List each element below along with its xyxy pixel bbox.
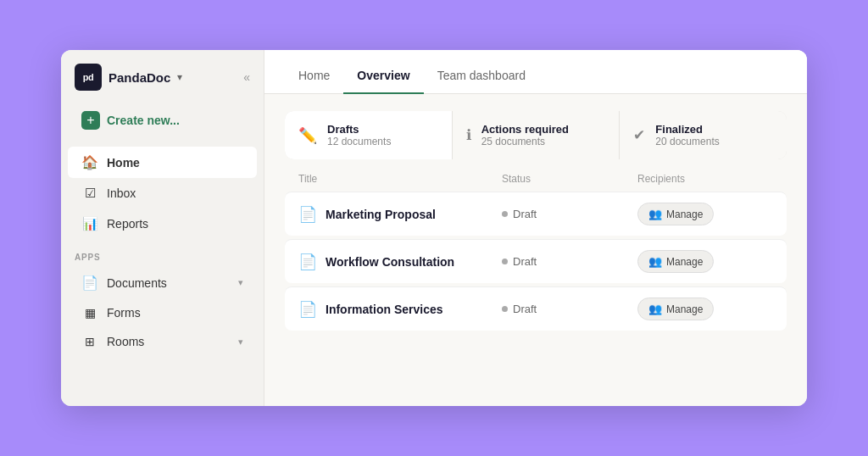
sidebar-item-forms-label: Forms [107,306,141,320]
manage-icon-2: 👥 [648,255,662,268]
manage-icon-1: 👥 [648,208,662,220]
status-label-3: Draft [513,303,537,315]
sidebar-item-rooms-label: Rooms [107,335,144,348]
status-dot-1 [502,211,508,217]
manage-label-1: Manage [666,209,703,220]
brand-logo: pd [75,64,102,91]
table-row: 📄 Information Services Draft 👥 Manage [285,286,787,331]
stat-card-finalized[interactable]: ✔ Finalized 20 documents [620,111,787,159]
actions-title: Actions required [481,123,569,136]
forms-icon: ▦ [81,306,98,320]
create-new-button[interactable]: + Create new... [71,104,253,136]
rooms-chevron-icon: ▾ [238,336,243,348]
sidebar-item-reports[interactable]: 📊 Reports [68,209,257,239]
doc-cell-1: 📄 Marketing Proposal [298,205,502,224]
doc-title-2: Workflow Consultation [326,255,454,269]
table-row: 📄 Workflow Consultation Draft 👥 Manage [285,239,787,283]
content-area: ✏️ Drafts 12 documents ℹ Actions require… [264,94,807,351]
create-new-label: Create new... [107,114,180,127]
sidebar-header: pd PandaDoc ▾ « [61,64,264,104]
table-header: Title Status Recipients [285,173,787,192]
top-nav: Home Overview Team dashboard [264,50,807,94]
doc-icon-2: 📄 [298,253,317,271]
recipients-cell-2: 👥 Manage [637,250,773,273]
sidebar-item-inbox[interactable]: ☑ Inbox [68,178,257,209]
sidebar-item-rooms[interactable]: ⊞ Rooms ▾ [75,327,250,356]
doc-title-1: Marketing Proposal [326,208,436,221]
sidebar-item-documents[interactable]: 📄 Documents ▾ [75,267,250,298]
status-cell-3: Draft [502,303,637,315]
brand-chevron-icon: ▾ [177,71,182,83]
stat-info-actions: Actions required 25 documents [481,123,569,147]
drafts-sub: 12 documents [327,136,391,147]
status-label-1: Draft [513,208,537,220]
status-dot-3 [502,306,508,312]
recipients-cell-1: 👥 Manage [637,203,773,225]
sidebar-item-reports-label: Reports [107,217,148,231]
stat-card-drafts[interactable]: ✏️ Drafts 12 documents [285,111,452,159]
actions-required-icon: ℹ [466,126,471,144]
sidebar: pd PandaDoc ▾ « + Create new... 🏠 Home ☑… [61,50,264,406]
status-cell-2: Draft [502,255,637,268]
col-recipients: Recipients [637,173,773,185]
manage-label-2: Manage [666,256,703,268]
stats-row: ✏️ Drafts 12 documents ℹ Actions require… [285,111,787,159]
finalized-title: Finalized [655,123,719,136]
doc-cell-3: 📄 Information Services [298,300,502,319]
doc-cell-2: 📄 Workflow Consultation [298,253,502,271]
doc-icon-1: 📄 [298,205,317,224]
brand-name: PandaDoc [108,70,170,85]
stat-info-drafts: Drafts 12 documents [327,123,391,147]
tab-overview[interactable]: Overview [343,57,423,94]
status-cell-1: Draft [502,208,637,220]
sidebar-item-forms[interactable]: ▦ Forms [75,298,250,327]
tab-team-dashboard[interactable]: Team dashboard [424,57,539,94]
main-content: Home Overview Team dashboard ✏️ Drafts 1… [264,50,807,406]
finalized-sub: 20 documents [655,136,719,147]
table-row: 📄 Marketing Proposal Draft 👥 Manage [285,192,787,236]
status-label-2: Draft [513,255,537,268]
sidebar-item-inbox-label: Inbox [107,186,136,200]
manage-icon-3: 👥 [648,303,662,315]
manage-button-1[interactable]: 👥 Manage [637,203,714,225]
drafts-icon: ✏️ [298,126,317,145]
stat-card-actions-required[interactable]: ℹ Actions required 25 documents [453,111,620,159]
doc-title-3: Information Services [326,303,443,316]
sidebar-item-home[interactable]: 🏠 Home [68,147,257,178]
sidebar-item-home-label: Home [107,156,140,170]
stat-info-finalized: Finalized 20 documents [655,123,719,147]
app-window: pd PandaDoc ▾ « + Create new... 🏠 Home ☑… [61,50,807,406]
apps-section-label: APPS [75,253,250,262]
reports-icon: 📊 [81,216,98,231]
home-icon: 🏠 [81,154,98,170]
col-title: Title [298,173,502,185]
col-status: Status [502,173,637,185]
manage-button-2[interactable]: 👥 Manage [637,250,714,273]
actions-sub: 25 documents [481,136,569,147]
status-dot-2 [502,259,508,264]
drafts-title: Drafts [327,123,391,136]
recipients-cell-3: 👥 Manage [637,298,773,320]
sidebar-brand[interactable]: pd PandaDoc ▾ [75,64,182,91]
manage-button-3[interactable]: 👥 Manage [637,298,714,320]
finalized-icon: ✔ [633,126,645,144]
apps-section: APPS 📄 Documents ▾ ▦ Forms ⊞ Rooms ▾ [61,253,264,356]
inbox-icon: ☑ [81,186,98,201]
create-new-icon: + [81,111,100,130]
sidebar-item-documents-label: Documents [107,276,167,290]
documents-chevron-icon: ▾ [238,277,243,288]
collapse-sidebar-button[interactable]: « [243,70,250,84]
rooms-icon: ⊞ [81,335,98,348]
tab-home[interactable]: Home [285,57,343,94]
documents-icon: 📄 [81,275,98,291]
manage-label-3: Manage [666,303,703,315]
doc-icon-3: 📄 [298,300,317,319]
